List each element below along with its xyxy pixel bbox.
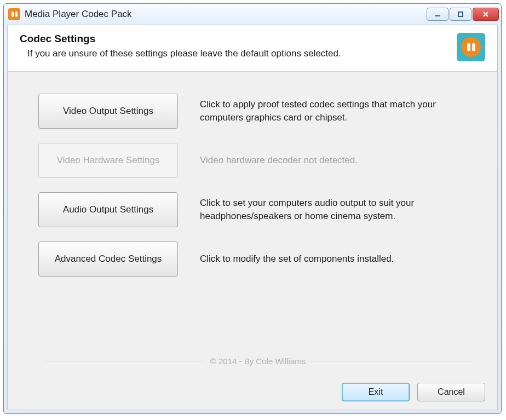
advanced-desc: Click to modify the set of components in… <box>200 252 394 266</box>
video-hardware-desc: Video hardware decoder not detected. <box>200 154 358 167</box>
advanced-button[interactable]: Advanced Codec Settings <box>38 241 178 277</box>
video-output-desc: Click to apply proof tested codec settin… <box>200 98 463 124</box>
video-hardware-row: Video Hardware Settings Video hardware d… <box>38 143 478 178</box>
svg-rect-1 <box>458 12 463 16</box>
audio-output-desc: Click to set your computers audio output… <box>200 197 463 223</box>
app-logo <box>457 33 485 61</box>
page-subtitle: If you are unsure of these settings plea… <box>20 48 457 59</box>
advanced-row: Advanced Codec Settings Click to modify … <box>38 241 478 277</box>
maximize-icon <box>457 10 464 18</box>
maximize-button[interactable] <box>450 8 472 21</box>
minimize-icon <box>434 10 441 18</box>
video-output-button[interactable]: Video Output Settings <box>38 94 178 129</box>
video-hardware-button: Video Hardware Settings <box>38 143 178 178</box>
footer: Exit Cancel <box>8 375 497 410</box>
minimize-button[interactable] <box>427 8 449 21</box>
titlebar: Media Player Codec Pack <box>4 4 501 25</box>
window-controls <box>427 8 499 21</box>
copyright-text: © 2014 - By Cole Williams <box>38 356 478 369</box>
close-button[interactable] <box>473 8 499 21</box>
audio-output-row: Audio Output Settings Click to set your … <box>38 192 478 227</box>
header: Codec Settings If you are unsure of thes… <box>8 25 497 72</box>
video-output-row: Video Output Settings Click to apply pro… <box>38 94 478 129</box>
window-title: Media Player Codec Pack <box>25 9 427 20</box>
page-title: Codec Settings <box>20 33 457 45</box>
app-window: Media Player Codec Pack Codec Settings I… <box>3 3 502 414</box>
settings-body: Video Output Settings Click to apply pro… <box>8 72 497 375</box>
cancel-button[interactable]: Cancel <box>417 383 485 401</box>
svg-rect-0 <box>435 15 440 16</box>
app-icon <box>8 8 20 20</box>
exit-button[interactable]: Exit <box>342 383 410 401</box>
close-icon <box>482 10 490 18</box>
client-area: Codec Settings If you are unsure of thes… <box>7 25 498 410</box>
audio-output-button[interactable]: Audio Output Settings <box>38 192 178 227</box>
